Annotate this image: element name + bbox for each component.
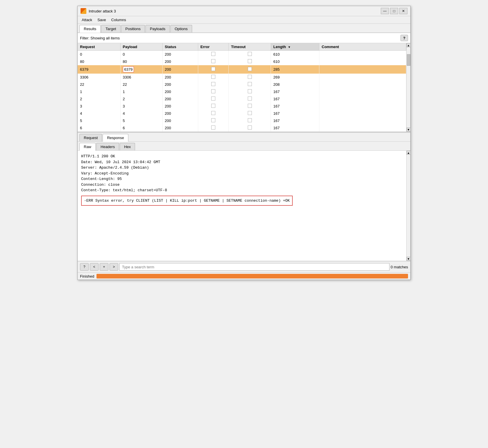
cell-error: [198, 95, 229, 103]
cell-timeout: [229, 103, 271, 110]
cell-status: 200: [162, 65, 198, 74]
table-row[interactable]: 00200610: [78, 51, 406, 58]
scroll-down[interactable]: ▼: [407, 128, 411, 132]
col-request[interactable]: Request: [78, 43, 120, 51]
tab-hex[interactable]: Hex: [120, 143, 135, 150]
error-checkbox[interactable]: [211, 96, 215, 101]
cell-status: 200: [162, 110, 198, 117]
cell-length: 610: [271, 51, 319, 58]
menu-save[interactable]: Save: [95, 17, 108, 23]
error-checkbox[interactable]: [211, 82, 215, 86]
payload-input[interactable]: 6379: [123, 66, 134, 72]
table-row[interactable]: 2222200208: [78, 81, 406, 88]
table-row[interactable]: 22200167: [78, 95, 406, 103]
error-checkbox[interactable]: [211, 111, 215, 115]
table-row[interactable]: 66200167: [78, 124, 406, 132]
timeout-checkbox[interactable]: [248, 59, 252, 63]
tab-results[interactable]: Results: [79, 25, 101, 33]
search-prev-button[interactable]: <: [90, 263, 99, 271]
resp-scroll-down[interactable]: ▼: [407, 257, 411, 261]
error-checkbox[interactable]: [211, 118, 215, 122]
col-error[interactable]: Error: [198, 43, 229, 51]
cell-comment: [319, 88, 406, 95]
timeout-checkbox[interactable]: [248, 111, 252, 115]
table-row[interactable]: 33200167: [78, 103, 406, 110]
search-next-button[interactable]: >: [110, 263, 118, 271]
timeout-checkbox[interactable]: [248, 82, 252, 86]
cell-request: 5: [78, 117, 120, 124]
tab-positions[interactable]: Positions: [121, 25, 145, 32]
filter-bar: Filter: Showing all items ?: [78, 33, 410, 43]
error-checkbox[interactable]: [211, 89, 215, 93]
search-add-button[interactable]: +: [100, 263, 108, 271]
tab-response[interactable]: Response: [103, 134, 128, 142]
timeout-checkbox[interactable]: [248, 125, 252, 130]
cell-status: 200: [162, 95, 198, 103]
timeout-checkbox[interactable]: [248, 52, 252, 56]
minimize-button[interactable]: —: [381, 8, 389, 14]
error-checkbox[interactable]: [211, 104, 215, 108]
window-controls: — □ ✕: [381, 8, 407, 14]
scroll-thumb[interactable]: [407, 54, 410, 66]
cell-timeout: [229, 110, 271, 117]
col-timeout[interactable]: Timeout: [229, 43, 271, 51]
table-row[interactable]: 55200167: [78, 117, 406, 124]
table-row[interactable]: 63796379200285: [78, 65, 406, 74]
filter-text: Filter: Showing all items: [80, 36, 120, 40]
col-comment[interactable]: Comment: [319, 43, 406, 51]
cell-request: 2: [78, 95, 120, 103]
table-row[interactable]: 8080200610: [78, 58, 406, 65]
table-scrollbar[interactable]: ▲ ▼: [406, 43, 410, 132]
timeout-checkbox[interactable]: [248, 104, 252, 108]
close-button[interactable]: ✕: [399, 8, 407, 14]
filter-help-button[interactable]: ?: [400, 35, 408, 41]
cell-payload: 3: [120, 103, 162, 110]
cell-timeout: [229, 74, 271, 81]
col-status[interactable]: Status: [162, 43, 198, 51]
resp-scroll-up[interactable]: ▲: [407, 151, 411, 155]
tab-request[interactable]: Request: [79, 134, 102, 141]
cell-length: 285: [271, 65, 319, 74]
response-scrollbar[interactable]: ▲ ▼: [406, 151, 410, 261]
table-row[interactable]: 44200167: [78, 110, 406, 117]
table-row[interactable]: 11200167: [78, 88, 406, 95]
tab-options[interactable]: Options: [170, 25, 192, 32]
error-checkbox[interactable]: [211, 125, 215, 130]
scroll-up[interactable]: ▲: [407, 43, 411, 47]
error-checkbox[interactable]: [211, 52, 215, 56]
cell-status: 200: [162, 58, 198, 65]
bottom-section: Request Response Raw Headers Hex HTTP/1.…: [78, 132, 410, 280]
tab-headers[interactable]: Headers: [96, 143, 119, 150]
app-icon: [81, 8, 86, 14]
cell-request: 6379: [78, 65, 120, 74]
cell-length: 167: [271, 88, 319, 95]
table-inner: Request Payload Status Error Timeout Len…: [78, 43, 406, 132]
cell-error: [198, 58, 229, 65]
search-input[interactable]: [119, 263, 389, 271]
search-help-button[interactable]: ?: [80, 263, 89, 271]
col-payload[interactable]: Payload: [120, 43, 162, 51]
maximize-button[interactable]: □: [390, 8, 398, 14]
timeout-checkbox[interactable]: [248, 89, 252, 93]
error-checkbox[interactable]: [211, 59, 215, 63]
cell-comment: [319, 103, 406, 110]
tab-raw[interactable]: Raw: [79, 143, 96, 151]
timeout-checkbox[interactable]: [248, 96, 252, 101]
tab-target[interactable]: Target: [101, 25, 120, 32]
table-row[interactable]: 33063306200269: [78, 74, 406, 81]
tab-payloads[interactable]: Payloads: [145, 25, 170, 32]
col-length[interactable]: Length ▼: [271, 43, 319, 51]
menu-columns[interactable]: Columns: [109, 17, 128, 23]
cell-payload: 80: [120, 58, 162, 65]
timeout-checkbox[interactable]: [248, 118, 252, 122]
response-line: Content-Type: text/html; charset=UTF-8: [81, 187, 403, 193]
timeout-checkbox[interactable]: [248, 67, 252, 71]
menu-attack[interactable]: Attack: [79, 17, 94, 23]
error-checkbox[interactable]: [211, 75, 215, 79]
highlighted-response-box: -ERR Syntax error, try CLIENT (LIST | KI…: [81, 196, 293, 206]
results-table-section: Request Payload Status Error Timeout Len…: [78, 43, 410, 132]
error-checkbox[interactable]: [211, 67, 215, 71]
timeout-checkbox[interactable]: [248, 75, 252, 79]
cell-request: 6: [78, 124, 120, 132]
cell-timeout: [229, 81, 271, 88]
